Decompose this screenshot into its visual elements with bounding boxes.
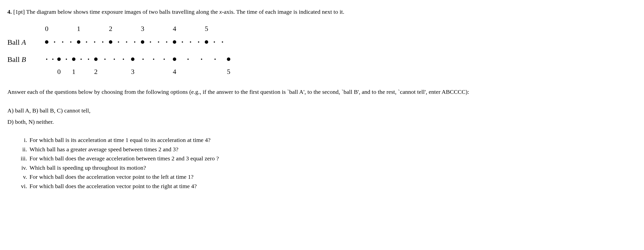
small-dot	[214, 41, 215, 43]
ball-a-pos-5	[205, 40, 208, 44]
small-dot	[190, 41, 191, 43]
question-text: For which ball does the acceleration vec…	[30, 182, 637, 191]
ball-b-pos-5	[227, 57, 230, 61]
small-dot	[188, 59, 189, 60]
small-dot	[80, 59, 82, 60]
ball-a-track	[47, 36, 637, 48]
time-label-a-4: 4	[173, 23, 176, 34]
small-dot	[166, 41, 168, 43]
question-text: Which ball is speeding up throughout its…	[30, 164, 637, 172]
time-label-b-4: 4	[173, 66, 176, 76]
small-dot	[158, 41, 159, 43]
time-labels-row-b: 0 1 2 3 4 5	[7, 65, 637, 78]
ball-b-pos-3	[131, 57, 134, 61]
question-text: For which ball does the average accelera…	[30, 154, 637, 163]
roman-numeral: ii.	[15, 145, 30, 154]
question-text: For which ball is its acceleration at ti…	[30, 136, 637, 144]
roman-numeral: iii.	[15, 154, 30, 163]
ball-b-pos-4	[173, 57, 176, 61]
ball-a-pos-0	[45, 40, 48, 44]
small-dot	[201, 59, 202, 60]
question-text-1: The diagram below shows time exposure im…	[26, 8, 219, 15]
options-line-2: D) both, N) neither.	[7, 117, 637, 126]
time-label-b-0: 0	[57, 66, 61, 76]
small-dot	[182, 41, 183, 43]
question-item-4: iv. Which ball is speeding up throughout…	[15, 164, 637, 172]
time-labels-row-a: 0 1 2 3 4 5	[7, 23, 637, 36]
small-dot	[86, 41, 87, 43]
small-dot	[142, 59, 144, 60]
question-item-2: ii. Which ball has a greater average spe…	[15, 145, 637, 154]
time-label-b-5: 5	[227, 66, 230, 76]
question-item-5: v. For which ball does the acceleration …	[15, 173, 637, 181]
time-label-b-3: 3	[131, 66, 134, 76]
question-item-1: i. For which ball is its acceleration at…	[15, 136, 637, 144]
small-dot	[114, 59, 115, 60]
small-dot	[214, 59, 216, 60]
ball-b-track	[47, 53, 637, 65]
ball-b-pos-0	[57, 57, 61, 61]
instructions-text: Answer each of the questions below by ch…	[7, 87, 637, 96]
roman-numeral: i.	[15, 136, 30, 144]
time-label-a-3: 3	[141, 23, 144, 34]
ball-b-row: Ball B	[7, 53, 637, 65]
time-label-a-2: 2	[109, 23, 112, 34]
time-label-a-1: 1	[77, 23, 80, 34]
time-labels-a: 0 1 2 3 4 5	[47, 23, 637, 36]
answer-options: A) ball A, B) ball B, C) cannot tell, D)…	[7, 106, 637, 126]
small-dot	[222, 41, 223, 43]
small-dot	[126, 41, 127, 43]
small-dot	[46, 59, 48, 60]
small-dot	[118, 41, 119, 43]
time-label-b-2: 2	[94, 66, 98, 76]
small-dot	[52, 59, 54, 60]
time-labels-b: 0 1 2 3 4 5	[47, 66, 637, 76]
time-label-a-5: 5	[205, 23, 208, 34]
options-line-1: A) ball A, B) ball B, C) cannot tell,	[7, 106, 637, 115]
small-dot	[66, 59, 67, 60]
small-dot	[94, 41, 95, 43]
question-text-2: -axis. The time of each image is indicat…	[222, 8, 344, 15]
time-label-a-0: 0	[45, 23, 48, 34]
small-dot	[62, 41, 64, 43]
small-dot	[134, 41, 136, 43]
small-dot	[70, 41, 72, 43]
question-text: For which ball does the acceleration vec…	[30, 173, 637, 181]
ball-b-pos-1	[72, 57, 76, 61]
time-label-b-1: 1	[72, 66, 76, 76]
ball-a-pos-2	[109, 40, 112, 44]
question-item-6: vi. For which ball does the acceleration…	[15, 182, 637, 191]
ball-a-pos-1	[77, 40, 80, 44]
questions-list: i. For which ball is its acceleration at…	[15, 136, 637, 191]
motion-diagram: 0 1 2 3 4 5 Ball A	[7, 23, 637, 78]
question-number: 4.	[7, 8, 12, 15]
small-dot	[150, 41, 151, 43]
small-dot	[164, 59, 165, 60]
small-dot	[198, 41, 199, 43]
ball-b-pos-2	[94, 57, 98, 61]
small-dot	[104, 59, 106, 60]
question-header: 4. [1pt] The diagram below shows time ex…	[7, 7, 637, 16]
small-dot	[102, 41, 104, 43]
small-dot	[88, 59, 89, 60]
question-text: Which ball has a greater average speed b…	[30, 145, 637, 154]
question-item-3: iii. For which ball does the average acc…	[15, 154, 637, 163]
roman-numeral: vi.	[15, 182, 30, 191]
small-dot	[123, 59, 124, 60]
ball-a-row: Ball A	[7, 36, 637, 48]
ball-a-pos-4	[173, 40, 176, 44]
roman-numeral: v.	[15, 173, 30, 181]
ball-a-pos-3	[141, 40, 144, 44]
small-dot	[54, 41, 55, 43]
question-points: [1pt]	[13, 8, 25, 15]
roman-numeral: iv.	[15, 164, 30, 172]
ball-b-label: Ball B	[7, 54, 47, 65]
x-axis-var: x	[219, 8, 222, 15]
small-dot	[153, 59, 154, 60]
ball-a-label: Ball A	[7, 37, 47, 48]
